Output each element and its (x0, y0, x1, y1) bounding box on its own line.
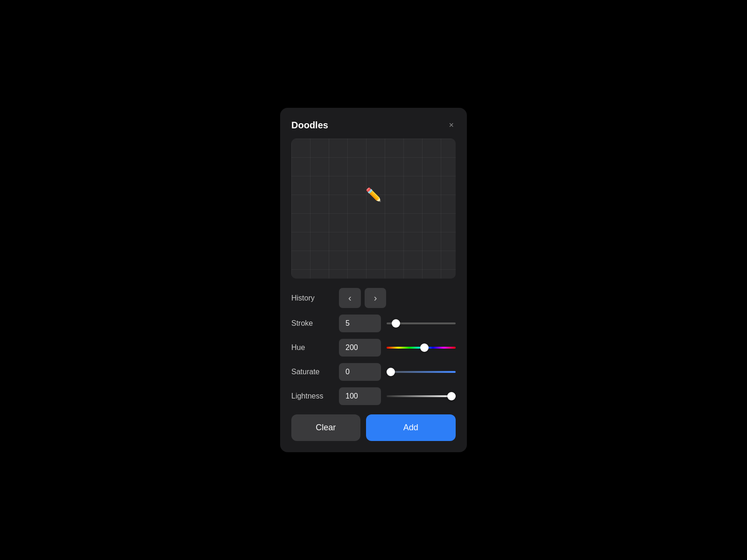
add-button[interactable]: Add (366, 414, 456, 441)
stroke-slider-wrap (387, 319, 456, 328)
lightness-slider-wrap (387, 392, 456, 401)
action-buttons: Clear Add (291, 414, 456, 441)
saturate-label: Saturate (291, 368, 333, 376)
stroke-input[interactable] (339, 315, 381, 332)
saturate-input[interactable] (339, 363, 381, 381)
controls-panel: History ‹ › Stroke Hue Saturate (291, 288, 456, 405)
hue-slider[interactable] (387, 347, 456, 349)
history-buttons: ‹ › (339, 288, 386, 308)
stroke-slider[interactable] (387, 322, 456, 324)
doodles-dialog: Doodles × ✏️ History ‹ › Stroke Hue (280, 108, 467, 452)
lightness-slider[interactable] (387, 395, 456, 397)
lightness-input[interactable] (339, 387, 381, 405)
drawing-canvas[interactable]: ✏️ (291, 139, 456, 279)
hue-label: Hue (291, 343, 333, 352)
saturate-slider[interactable] (387, 371, 456, 373)
saturate-row: Saturate (291, 363, 456, 381)
clear-button[interactable]: Clear (291, 414, 360, 441)
pencil-icon: ✏️ (366, 187, 382, 203)
saturate-slider-wrap (387, 367, 456, 377)
stroke-label: Stroke (291, 319, 333, 328)
history-next-button[interactable]: › (365, 288, 387, 308)
history-row: History ‹ › (291, 288, 456, 308)
dialog-title: Doodles (291, 120, 328, 131)
dialog-header: Doodles × (291, 119, 456, 131)
hue-row: Hue (291, 339, 456, 357)
hue-slider-wrap (387, 343, 456, 352)
close-button[interactable]: × (447, 119, 456, 131)
history-label: History (291, 294, 333, 302)
history-prev-button[interactable]: ‹ (339, 288, 361, 308)
stroke-row: Stroke (291, 315, 456, 332)
hue-input[interactable] (339, 339, 381, 357)
lightness-row: Lightness (291, 387, 456, 405)
lightness-label: Lightness (291, 392, 333, 400)
